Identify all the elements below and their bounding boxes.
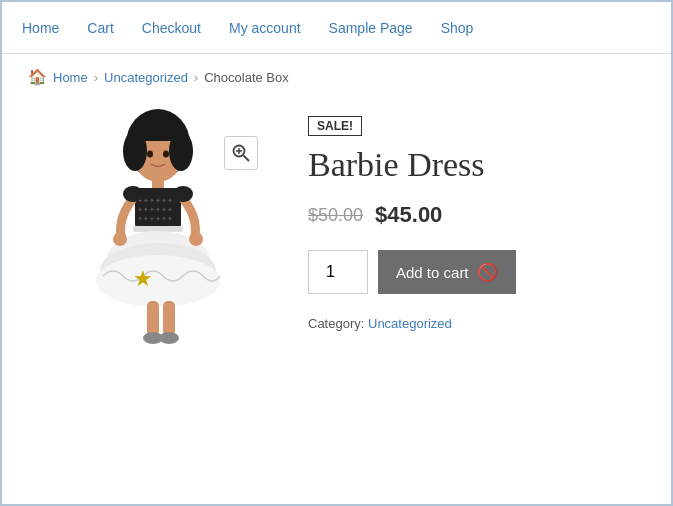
svg-text:✦✦✦✦✦✦: ✦✦✦✦✦✦ (137, 206, 173, 214)
breadcrumb-sep-1: › (94, 70, 98, 85)
svg-rect-20 (147, 301, 159, 336)
breadcrumb: 🏠 Home › Uncategorized › Chocolate Box (2, 54, 671, 96)
add-to-cart-button[interactable]: Add to cart 🚫 (378, 250, 516, 294)
svg-rect-21 (163, 301, 175, 336)
no-entry-icon: 🚫 (477, 262, 498, 283)
product-image: ★ (73, 106, 243, 346)
product-image-area: ★ (28, 106, 288, 474)
svg-point-10 (163, 151, 169, 158)
svg-point-25 (173, 186, 193, 202)
nav-item-home[interactable]: Home (22, 20, 59, 36)
svg-point-24 (123, 186, 143, 202)
star-decoration: ★ (133, 266, 153, 292)
svg-text:✦✦✦✦✦✦: ✦✦✦✦✦✦ (137, 215, 173, 223)
svg-point-27 (189, 232, 203, 246)
category-link[interactable]: Uncategorized (368, 316, 452, 331)
svg-rect-8 (136, 121, 180, 141)
product-details: SALE! Barbie Dress $50.00 $45.00 Add to … (308, 106, 645, 474)
svg-point-23 (159, 332, 179, 344)
nav-item-checkout[interactable]: Checkout (142, 20, 201, 36)
nav-item-my-account[interactable]: My account (229, 20, 301, 36)
svg-point-26 (113, 232, 127, 246)
svg-point-19 (96, 255, 220, 307)
page-container: Home Cart Checkout My account Sample Pag… (0, 0, 673, 506)
sale-badge: SALE! (308, 116, 362, 136)
category-row: Category: Uncategorized (308, 316, 645, 331)
nav-item-shop[interactable]: Shop (441, 20, 474, 36)
girl-figure-svg: ✦✦✦✦✦✦ ✦✦✦✦✦✦ ✦✦✦✦✦✦ (73, 106, 243, 346)
breadcrumb-current: Chocolate Box (204, 70, 289, 85)
svg-line-1 (244, 156, 250, 162)
breadcrumb-category-link[interactable]: Uncategorized (104, 70, 188, 85)
breadcrumb-home-link[interactable]: Home (53, 70, 88, 85)
price-row: $50.00 $45.00 (308, 202, 645, 228)
svg-text:✦✦✦✦✦✦: ✦✦✦✦✦✦ (137, 197, 173, 205)
nav-item-sample-page[interactable]: Sample Page (329, 20, 413, 36)
nav-bar: Home Cart Checkout My account Sample Pag… (2, 2, 671, 54)
breadcrumb-sep-2: › (194, 70, 198, 85)
new-price: $45.00 (375, 202, 442, 228)
product-title: Barbie Dress (308, 146, 645, 184)
old-price: $50.00 (308, 205, 363, 226)
svg-point-9 (147, 151, 153, 158)
svg-rect-11 (152, 179, 164, 189)
add-to-cart-label: Add to cart (396, 264, 469, 281)
home-icon: 🏠 (28, 68, 47, 86)
main-content: ★ (2, 96, 671, 504)
category-prefix: Category: (308, 316, 364, 331)
quantity-input[interactable] (308, 250, 368, 294)
add-to-cart-row: Add to cart 🚫 (308, 250, 645, 294)
nav-item-cart[interactable]: Cart (87, 20, 113, 36)
